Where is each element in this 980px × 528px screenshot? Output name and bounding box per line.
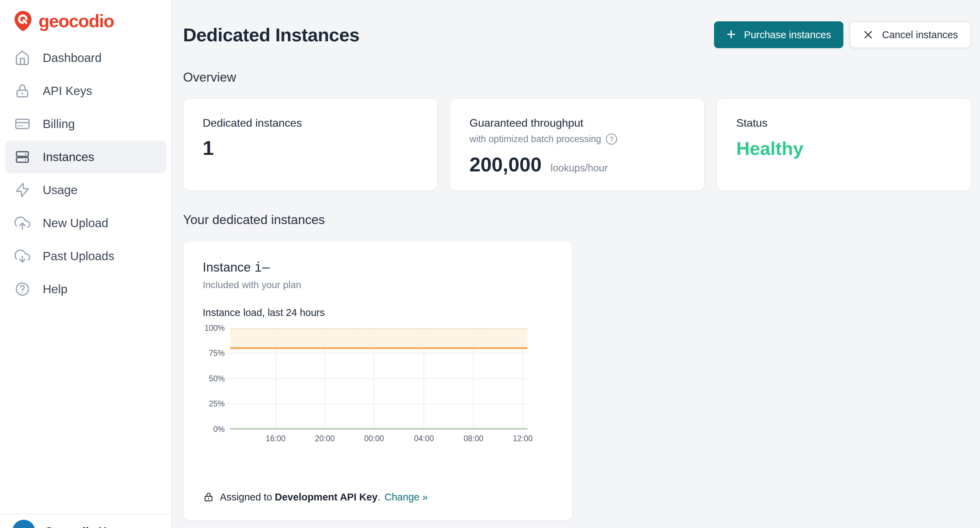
chart-plot-column: 16:00 20:00 00:00 04:00 08:00 12:00 [230,328,528,448]
y-tick-label: 100% [204,324,225,333]
throughput-value-row: 200,000 lookups/hour [469,153,684,176]
sidebar-item-label: Past Uploads [43,249,114,263]
purchase-button-label: Purchase instances [744,29,831,41]
card-title: Status [737,117,951,129]
sidebar-item-new-upload[interactable]: New Upload [5,207,167,239]
sidebar-item-usage[interactable]: Usage [5,174,167,207]
sidebar-item-label: New Upload [43,216,108,230]
sidebar-item-dashboard[interactable]: Dashboard [5,41,167,74]
overview-heading: Overview [183,70,971,85]
avatar [13,520,35,528]
lock-icon [203,491,215,503]
sidebar-item-label: API Keys [43,84,92,98]
instance-subtitle: Included with your plan [203,279,553,290]
y-tick-label: 0% [213,425,225,434]
cancel-instances-button[interactable]: Cancel instances [850,21,971,48]
close-icon [863,29,874,40]
chart-x-axis: 16:00 20:00 00:00 04:00 08:00 12:00 [230,434,528,448]
instance-load-chart: 100% 75% 50% 25% 0% [203,328,553,448]
y-tick-label: 50% [209,374,225,383]
lock-icon [14,83,30,99]
main-content: Dedicated Instances + Purchase instances… [172,0,980,528]
sidebar-item-help[interactable]: Help [5,273,167,306]
sidebar-item-label: Usage [43,183,78,197]
cloud-upload-icon [14,215,30,231]
h-gridline [226,404,528,404]
chart-title: Instance load, last 24 hours [203,307,553,318]
sidebar-nav: Dashboard API Keys Billing Instances Usa… [0,41,171,306]
load-series-line [230,428,528,429]
brand-name: geocodio [38,11,114,31]
sidebar: geocodio Dashboard API Keys Billing Inst… [0,0,172,528]
footer-user-name: Geocodio U [45,525,107,528]
instance-title: Instance i– [203,260,553,275]
dedicated-instances-card: Dedicated instances 1 [183,99,438,191]
x-tick-label: 08:00 [463,434,484,443]
instance-id: i– [254,260,270,275]
purchase-instances-button[interactable]: + Purchase instances [714,21,843,48]
change-link[interactable]: Change » [384,491,428,503]
status-value: Healthy [737,138,951,159]
y-tick-label: 75% [209,349,225,358]
h-gridline [226,353,528,354]
instances-heading: Your dedicated instances [183,213,971,227]
sidebar-item-past-uploads[interactable]: Past Uploads [5,239,167,273]
status-card: Status Healthy [717,99,971,191]
chart-plot-area [230,328,528,429]
dedicated-instances-count: 1 [203,136,418,160]
sidebar-item-instances[interactable]: Instances [5,140,167,174]
throughput-value: 200,000 [469,153,542,176]
bolt-icon [14,182,30,198]
y-tick-label: 25% [209,399,225,408]
instance-title-prefix: Instance [203,260,251,274]
sidebar-footer-account[interactable]: Geocodio U [0,514,171,528]
home-icon [14,50,30,66]
cancel-button-label: Cancel instances [882,29,958,41]
x-tick-label: 04:00 [414,434,434,443]
sidebar-item-label: Billing [43,117,75,131]
sidebar-item-label: Help [43,282,67,296]
capacity-band [230,328,528,348]
page-header: Dedicated Instances + Purchase instances… [183,21,971,48]
header-actions: + Purchase instances Cancel instances [714,21,971,48]
throughput-unit: lookups/hour [550,163,608,174]
assigned-suffix: . [377,491,380,503]
threshold-line [230,347,528,349]
help-circle-icon [14,281,30,297]
sidebar-item-api-keys[interactable]: API Keys [5,74,167,107]
sidebar-item-label: Instances [43,150,94,164]
help-tooltip-icon[interactable]: ? [606,134,617,145]
assigned-api-key: Development API Key [275,491,378,503]
page-title: Dedicated Instances [183,24,360,45]
server-icon [14,149,30,165]
h-gridline [226,378,528,379]
x-tick-label: 20:00 [315,434,335,443]
assigned-prefix: Assigned to [220,491,272,503]
card-subtitle: with optimized batch processing [469,134,601,145]
instance-card: Instance i– Included with your plan Inst… [183,241,573,520]
card-title: Guaranteed throughput [469,117,684,129]
geocodio-logo[interactable]: geocodio [0,0,171,32]
x-tick-label: 12:00 [513,434,533,443]
sidebar-item-billing[interactable]: Billing [5,107,167,140]
guaranteed-throughput-card: Guaranteed throughput with optimized bat… [450,99,704,191]
geocodio-pin-icon [12,10,34,32]
credit-card-icon [14,116,30,132]
x-tick-label: 16:00 [266,434,286,443]
cloud-download-icon [14,248,30,264]
assigned-row: Assigned toDevelopment API Key. Change » [203,491,553,503]
sidebar-item-label: Dashboard [43,51,102,65]
overview-cards: Dedicated instances 1 Guaranteed through… [183,99,971,191]
x-tick-label: 00:00 [364,434,384,443]
card-title: Dedicated instances [203,117,418,129]
card-subtitle-row: with optimized batch processing ? [469,134,684,145]
